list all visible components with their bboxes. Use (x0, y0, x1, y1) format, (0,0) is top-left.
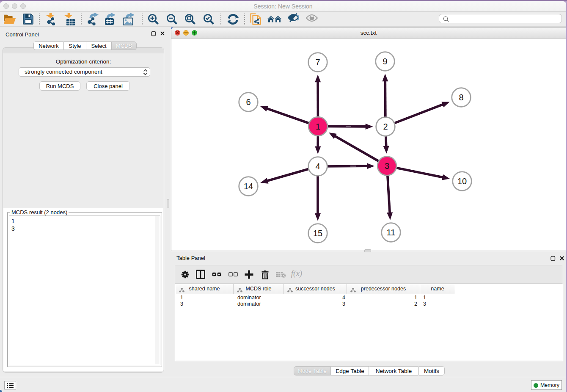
svg-text:8: 8 (459, 93, 463, 102)
svg-text:15: 15 (313, 229, 322, 238)
svg-text:4: 4 (315, 162, 320, 171)
svg-text:11: 11 (387, 228, 396, 237)
svg-text:9: 9 (383, 57, 387, 66)
svg-text:1: 1 (316, 122, 320, 131)
svg-text:6: 6 (246, 97, 250, 107)
svg-text:3: 3 (385, 161, 389, 171)
svg-text:2: 2 (383, 122, 388, 131)
svg-text:14: 14 (244, 182, 253, 191)
svg-text:10: 10 (457, 177, 467, 186)
svg-text:7: 7 (315, 58, 320, 67)
